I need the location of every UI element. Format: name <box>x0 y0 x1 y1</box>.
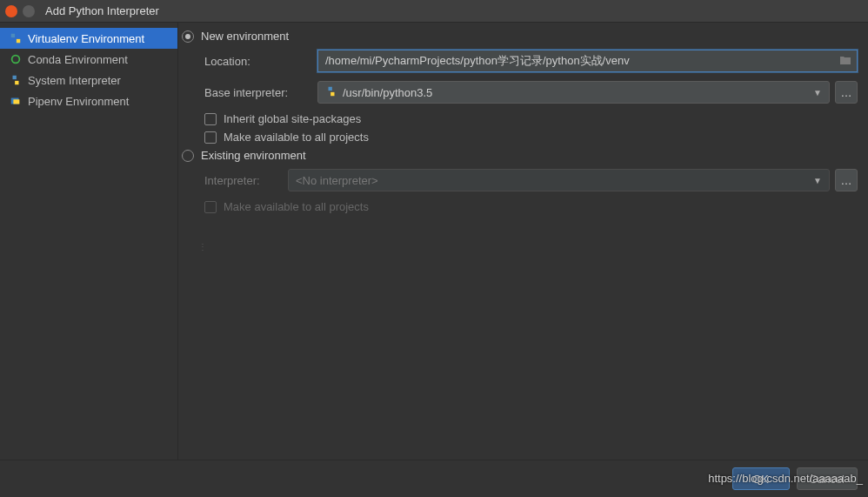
inherit-checkbox[interactable] <box>204 113 217 125</box>
location-label: Location: <box>204 55 317 68</box>
inherit-label: Inherit global site-packages <box>224 112 361 125</box>
sidebar: Virtualenv Environment Conda Environment… <box>0 23 178 460</box>
radio-existing-env-label: Existing environment <box>201 149 306 162</box>
sidebar-item-conda[interactable]: Conda Environment <box>0 49 177 70</box>
interpreter-combo: <No interpreter> ▼ <box>288 169 830 191</box>
python-icon <box>325 85 337 100</box>
location-value: /home/mi/PycharmProjects/python学习记录/pyth… <box>325 53 630 69</box>
interpreter-value: <No interpreter> <box>296 174 378 187</box>
splitter-handle-icon[interactable]: ⋮ <box>198 242 206 252</box>
base-interpreter-label: Base interpreter: <box>204 86 317 99</box>
make-available2-label: Make available to all projects <box>224 200 369 213</box>
ok-button-label: OK <box>752 473 769 486</box>
radio-existing-env-row[interactable]: Existing environment <box>182 149 858 162</box>
cancel-button[interactable]: Cancel <box>797 467 858 490</box>
make-available2-checkbox <box>204 201 217 213</box>
make-available-label: Make available to all projects <box>224 131 369 144</box>
radio-new-env[interactable] <box>182 30 194 43</box>
sidebar-item-label: Pipenv Environment <box>28 95 129 108</box>
cancel-button-label: Cancel <box>810 473 845 486</box>
sidebar-item-pipenv[interactable]: Pipenv Environment <box>0 91 177 111</box>
base-interpreter-combo[interactable]: /usr/bin/python3.5 ▼ <box>317 81 830 104</box>
svg-rect-1 <box>17 39 20 43</box>
folder-icon[interactable] <box>839 55 851 68</box>
minimize-icon[interactable] <box>23 5 35 17</box>
make-available-checkbox[interactable] <box>204 131 217 144</box>
titlebar: Add Python Interpreter <box>0 0 868 23</box>
sidebar-item-label: Conda Environment <box>28 53 128 66</box>
window-title: Add Python Interpreter <box>45 4 159 17</box>
content-panel: New environment Location: /home/mi/Pycha… <box>178 23 868 460</box>
footer: OK Cancel <box>0 460 868 497</box>
interpreter-label: Interpreter: <box>204 174 288 187</box>
sidebar-item-virtualenv[interactable]: Virtualenv Environment <box>0 28 177 49</box>
sidebar-item-label: Virtualenv Environment <box>28 32 144 45</box>
chevron-down-icon: ▼ <box>813 88 822 97</box>
radio-new-env-label: New environment <box>201 30 289 43</box>
python-icon <box>9 73 23 87</box>
conda-icon <box>9 52 23 66</box>
sidebar-item-system[interactable]: System Interpreter <box>0 70 177 91</box>
location-input[interactable]: /home/mi/PycharmProjects/python学习记录/pyth… <box>317 50 858 72</box>
radio-new-env-row[interactable]: New environment <box>182 30 858 43</box>
virtualenv-icon <box>9 31 23 45</box>
close-icon[interactable] <box>5 5 17 17</box>
browse-interpreter-button[interactable]: … <box>835 81 858 104</box>
make-available2-row: Make available to all projects <box>204 200 858 213</box>
sidebar-item-label: System Interpreter <box>28 74 121 87</box>
browse-existing-button[interactable]: … <box>835 169 858 191</box>
inherit-checkbox-row[interactable]: Inherit global site-packages <box>204 112 858 125</box>
make-available-checkbox-row[interactable]: Make available to all projects <box>204 131 858 144</box>
svg-rect-4 <box>13 99 19 104</box>
radio-existing-env[interactable] <box>182 150 194 162</box>
chevron-down-icon: ▼ <box>813 176 822 185</box>
pipenv-icon <box>9 94 23 108</box>
svg-point-2 <box>12 56 20 64</box>
svg-rect-0 <box>11 34 15 37</box>
base-interpreter-value: /usr/bin/python3.5 <box>343 86 432 99</box>
ok-button[interactable]: OK <box>732 467 790 490</box>
